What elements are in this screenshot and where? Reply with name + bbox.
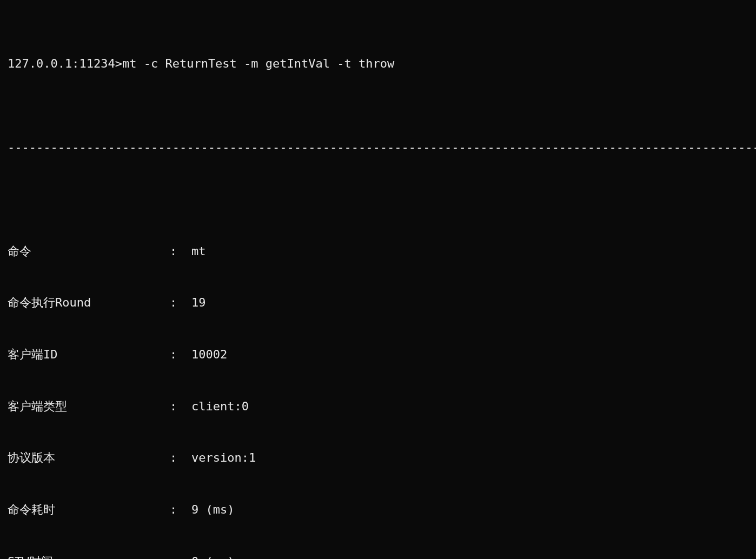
- info-value: version:1: [191, 449, 256, 467]
- info-row: 协议版本: version:1: [8, 449, 748, 467]
- info-value: client:0: [191, 398, 249, 415]
- info-value: 9 (ms): [191, 501, 234, 518]
- info-row: 命令执行Round: 19: [8, 294, 748, 311]
- prompt-sep: >: [115, 57, 122, 70]
- info-label: STW时间: [8, 553, 170, 559]
- info-label: 命令: [8, 243, 170, 260]
- info-label: 命令耗时: [8, 501, 170, 518]
- info-row: 客户端类型: client:0: [8, 398, 748, 415]
- prompt-host: 127.0.0.1:11234: [8, 57, 115, 70]
- info-value: 19: [191, 294, 206, 311]
- terminal-output[interactable]: 127.0.0.1:11234>mt -c ReturnTest -m getI…: [0, 0, 756, 559]
- info-value: mt: [191, 243, 206, 260]
- info-label: 协议版本: [8, 449, 170, 467]
- info-row: STW时间: 0 (ms): [8, 553, 748, 559]
- prompt-line[interactable]: 127.0.0.1:11234>mt -c ReturnTest -m getI…: [8, 55, 748, 72]
- info-value: 0 (ms): [191, 553, 234, 559]
- info-label: 客户端ID: [8, 346, 170, 363]
- info-value: 10002: [191, 346, 227, 363]
- info-label: 命令执行Round: [8, 294, 170, 311]
- info-row: 客户端ID: 10002: [8, 346, 748, 363]
- divider-top: ----------------------------------------…: [8, 139, 748, 156]
- typed-command: mt -c ReturnTest -m getIntVal -t throw: [122, 57, 394, 70]
- info-row: 命令: mt: [8, 243, 748, 260]
- info-row: 命令耗时: 9 (ms): [8, 501, 748, 518]
- info-block: 命令: mt 命令执行Round: 19 客户端ID: 10002 客户端类型:…: [8, 208, 748, 559]
- info-label: 客户端类型: [8, 398, 170, 415]
